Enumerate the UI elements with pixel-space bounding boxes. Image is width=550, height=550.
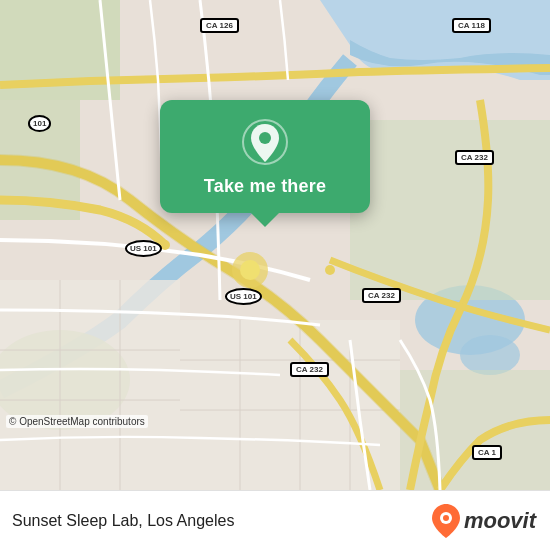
svg-point-26 [443, 515, 449, 521]
svg-point-22 [325, 265, 335, 275]
road-sign-us101-bottom: US 101 [225, 288, 262, 305]
road-sign-ca232-right: CA 232 [455, 150, 494, 165]
osm-attribution: © OpenStreetMap contributors [6, 415, 148, 428]
svg-point-2 [460, 335, 520, 375]
moovit-logo: moovit [432, 504, 536, 538]
moovit-pin-icon [432, 504, 460, 538]
road-sign-us101-mid: US 101 [125, 240, 162, 257]
road-sign-ca118: CA 118 [452, 18, 491, 33]
map-container: 101 US 101 US 101 CA 126 CA 118 CA 232 C… [0, 0, 550, 490]
road-sign-ca1: CA 1 [472, 445, 502, 460]
road-sign-ca232-lower: CA 232 [290, 362, 329, 377]
location-pin-icon [241, 118, 289, 166]
bottom-bar: Sunset Sleep Lab, Los Angeles moovit [0, 490, 550, 550]
location-name: Sunset Sleep Lab, Los Angeles [12, 512, 234, 530]
location-popup: Take me there [160, 100, 370, 213]
svg-point-20 [240, 260, 260, 280]
svg-rect-6 [350, 120, 550, 300]
road-sign-ca126: CA 126 [200, 18, 239, 33]
road-sign-ca232-mid: CA 232 [362, 288, 401, 303]
take-me-there-button[interactable]: Take me there [204, 176, 326, 197]
moovit-text: moovit [464, 508, 536, 534]
svg-point-24 [259, 132, 271, 144]
